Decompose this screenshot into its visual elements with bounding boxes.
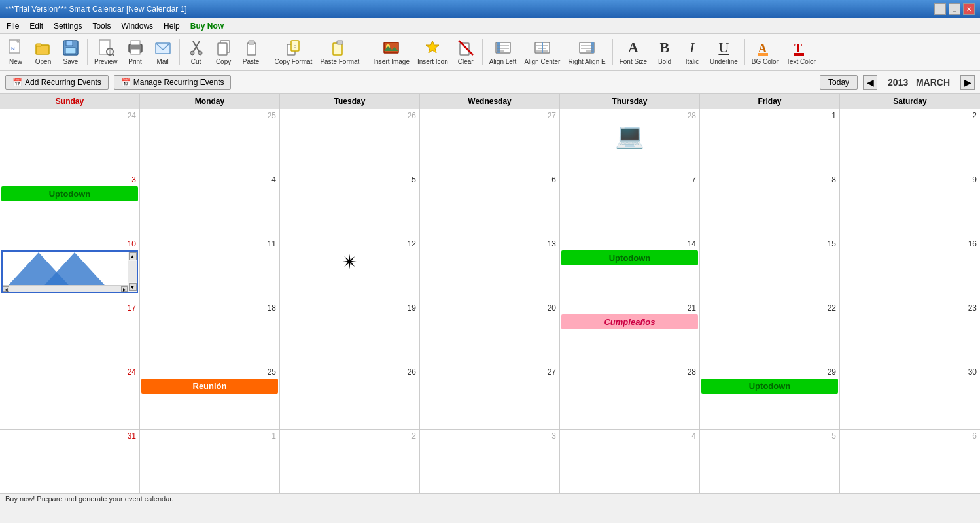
cell-apr4[interactable]: 4 — [560, 430, 700, 493]
scroll-down[interactable]: ▼ — [129, 283, 137, 291]
cell-mar28[interactable]: 28 — [560, 365, 700, 429]
sep5 — [482, 39, 483, 65]
font-size-icon: A — [624, 39, 642, 57]
cell-apr6[interactable]: 6 — [840, 430, 980, 493]
scroll-event-mar10[interactable]: ▲ ▼ ◀ ▶ — [1, 250, 138, 293]
save-button[interactable]: Save — [58, 36, 84, 69]
cell-feb24[interactable]: 24 — [0, 109, 140, 173]
cell-mar4[interactable]: 4 — [140, 173, 280, 237]
cell-mar7[interactable]: 7 — [560, 173, 700, 237]
cell-mar17[interactable]: 17 — [0, 301, 140, 365]
cell-mar2[interactable]: 2 — [840, 109, 980, 173]
cell-mar27[interactable]: 27 — [420, 365, 560, 429]
cell-mar5[interactable]: 5 — [280, 173, 420, 237]
bold-button[interactable]: B Bold — [652, 36, 678, 69]
event-cumpleanos-mar21[interactable]: Cumpleaños — [561, 314, 698, 329]
prev-month-button[interactable]: ◀ — [863, 75, 877, 90]
new-button[interactable]: N New — [3, 36, 29, 69]
paste-button[interactable]: Paste — [238, 36, 264, 69]
cell-mar10[interactable]: 10 ▲ ▼ ◀ ▶ — [0, 237, 140, 301]
font-size-button[interactable]: A Font Size — [616, 36, 650, 69]
cell-apr3[interactable]: 3 — [420, 430, 560, 493]
menu-windows[interactable]: Windows — [117, 20, 157, 32]
align-right-button[interactable]: Right Align E — [565, 36, 608, 69]
calendar: Sunday Monday Tuesday Wednesday Thursday… — [0, 94, 980, 493]
cell-mar26[interactable]: 26 — [280, 365, 420, 429]
cell-mar13[interactable]: 13 — [420, 237, 560, 301]
copy-button[interactable]: Copy — [211, 36, 237, 69]
menu-edit[interactable]: Edit — [26, 20, 47, 32]
print-button[interactable]: Print — [122, 36, 149, 69]
menu-help[interactable]: Help — [160, 20, 184, 32]
cell-mar18[interactable]: 18 — [140, 301, 280, 365]
cell-mar11[interactable]: 11 — [140, 237, 280, 301]
cell-mar21[interactable]: 21 Cumpleaños — [560, 301, 700, 365]
event-reunion-mar25[interactable]: Reunión — [141, 379, 278, 394]
cell-mar23[interactable]: 23 — [840, 301, 980, 365]
bg-color-button[interactable]: A BG Color — [748, 36, 782, 69]
cell-mar22[interactable]: 22 — [700, 301, 840, 365]
maximize-button[interactable]: □ — [949, 3, 960, 15]
cell-apr1[interactable]: 1 — [140, 430, 280, 493]
svg-rect-29 — [384, 42, 398, 53]
insert-image-button[interactable]: Insert Image — [370, 36, 413, 69]
cell-apr2[interactable]: 2 — [280, 430, 420, 493]
align-center-button[interactable]: Align Center — [521, 36, 563, 69]
event-uptodown-mar29[interactable]: Uptodown — [701, 379, 838, 394]
cell-apr5[interactable]: 5 — [700, 430, 840, 493]
cell-mar20[interactable]: 20 — [420, 301, 560, 365]
scroll-up[interactable]: ▲ — [129, 252, 137, 260]
cell-mar14[interactable]: 14 Uptodown — [560, 237, 700, 301]
mail-button[interactable]: Mail — [150, 36, 176, 69]
clear-button[interactable]: Clear — [453, 36, 479, 69]
event-uptodown-mar3[interactable]: Uptodown — [1, 186, 138, 201]
cell-mar1[interactable]: 1 — [700, 109, 840, 173]
cell-mar6[interactable]: 6 — [420, 173, 560, 237]
cell-mar24[interactable]: 24 — [0, 365, 140, 429]
week-1: 24 25 26 27 28 💻 1 2 — [0, 109, 980, 173]
event-uptodown-mar14[interactable]: Uptodown — [561, 250, 698, 265]
cell-mar3[interactable]: 3 Uptodown — [0, 173, 140, 237]
manage-recurring-button[interactable]: 📅 Manage Recurring Events — [114, 75, 232, 90]
add-recurring-button[interactable]: 📅 Add Recurring Events — [5, 75, 109, 90]
menu-buynow[interactable]: Buy Now — [186, 20, 228, 32]
cell-mar25[interactable]: 25 Reunión — [140, 365, 280, 429]
italic-button[interactable]: I Italic — [679, 36, 705, 69]
underline-button[interactable]: U Underline — [707, 36, 741, 69]
cell-mar12[interactable]: 12 ✴ — [280, 237, 420, 301]
preview-button[interactable]: Preview — [91, 36, 121, 69]
clear-icon — [457, 39, 475, 57]
text-color-button[interactable]: T Text Color — [783, 36, 819, 69]
cell-mar30[interactable]: 30 — [840, 365, 980, 429]
cell-mar16[interactable]: 16 — [840, 237, 980, 301]
cut-button[interactable]: Cut — [183, 36, 209, 69]
align-left-button[interactable]: Align Left — [486, 36, 520, 69]
insert-icon-button[interactable]: Insert Icon — [414, 36, 451, 69]
cell-feb26[interactable]: 26 — [280, 109, 420, 173]
add-recurring-label: Add Recurring Events — [25, 78, 101, 87]
cell-mar8[interactable]: 8 — [700, 173, 840, 237]
cell-mar29[interactable]: 29 Uptodown — [700, 365, 840, 429]
scroll-left[interactable]: ◀ — [3, 286, 9, 292]
sep6 — [612, 39, 613, 65]
menu-settings[interactable]: Settings — [50, 20, 86, 32]
next-month-button[interactable]: ▶ — [960, 75, 975, 90]
close-button[interactable]: ✕ — [963, 3, 975, 15]
paste-format-button[interactable]: Paste Format — [317, 36, 362, 69]
scroll-right[interactable]: ▶ — [121, 286, 128, 292]
copy-format-button[interactable]: Copy Format — [271, 36, 316, 69]
cell-mar9[interactable]: 9 — [840, 173, 980, 237]
title-bar-controls[interactable]: — □ ✕ — [934, 3, 975, 15]
menu-file[interactable]: File — [3, 20, 23, 32]
open-button[interactable]: Open — [30, 36, 56, 69]
cell-feb27[interactable]: 27 — [420, 109, 560, 173]
cell-feb28[interactable]: 28 💻 — [560, 109, 700, 173]
cell-mar31[interactable]: 31 — [0, 430, 140, 493]
cell-mar19[interactable]: 19 — [280, 301, 420, 365]
minimize-button[interactable]: — — [934, 3, 946, 15]
menu-tools[interactable]: Tools — [88, 20, 114, 32]
cell-feb25[interactable]: 25 — [140, 109, 280, 173]
today-button[interactable]: Today — [820, 75, 858, 90]
svg-rect-27 — [333, 43, 342, 55]
cell-mar15[interactable]: 15 — [700, 237, 840, 301]
